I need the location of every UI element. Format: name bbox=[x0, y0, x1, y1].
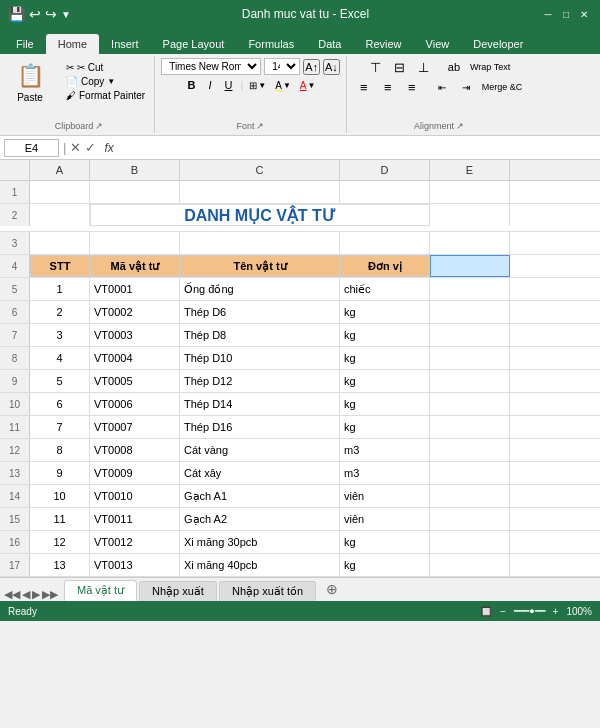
cell-e4[interactable] bbox=[430, 255, 510, 277]
cell-c14[interactable]: Gạch A1 bbox=[180, 485, 340, 507]
cell-c17[interactable]: Xi măng 40pcb bbox=[180, 554, 340, 576]
formula-cancel-icon[interactable]: ✕ bbox=[70, 140, 81, 155]
cell-b14[interactable]: VT0010 bbox=[90, 485, 180, 507]
sheet-nav-prev[interactable]: ◀ bbox=[22, 588, 30, 601]
cell-a11[interactable]: 7 bbox=[30, 416, 90, 438]
cell-b8[interactable]: VT0004 bbox=[90, 347, 180, 369]
sheet-nav-right[interactable]: ▶▶ bbox=[42, 588, 58, 601]
formula-input[interactable] bbox=[118, 142, 596, 154]
align-middle-button[interactable]: ⊟ bbox=[389, 58, 411, 76]
cell-c8[interactable]: Thép D10 bbox=[180, 347, 340, 369]
font-size-select[interactable]: 14 bbox=[264, 58, 300, 75]
more-icon[interactable]: ▼ bbox=[61, 9, 71, 20]
cell-a6[interactable]: 2 bbox=[30, 301, 90, 323]
cell-a7[interactable]: 3 bbox=[30, 324, 90, 346]
cell-e14[interactable] bbox=[430, 485, 510, 507]
cell-c16[interactable]: Xi măng 30pcb bbox=[180, 531, 340, 553]
add-sheet-button[interactable]: ⊕ bbox=[322, 579, 342, 599]
font-grow-button[interactable]: A↑ bbox=[303, 59, 320, 75]
cell-c11[interactable]: Thép D16 bbox=[180, 416, 340, 438]
cell-b17[interactable]: VT0013 bbox=[90, 554, 180, 576]
cell-b15[interactable]: VT0011 bbox=[90, 508, 180, 530]
cell-b1[interactable] bbox=[90, 181, 180, 203]
cell-c10[interactable]: Thép D14 bbox=[180, 393, 340, 415]
cell-e10[interactable] bbox=[430, 393, 510, 415]
cell-d7[interactable]: kg bbox=[340, 324, 430, 346]
cell-d8[interactable]: kg bbox=[340, 347, 430, 369]
cell-a8[interactable]: 4 bbox=[30, 347, 90, 369]
fill-dropdown-icon[interactable]: ▼ bbox=[283, 81, 291, 90]
cell-e3[interactable] bbox=[430, 232, 510, 254]
cell-c9[interactable]: Thép D12 bbox=[180, 370, 340, 392]
cell-a15[interactable]: 11 bbox=[30, 508, 90, 530]
tab-insert[interactable]: Insert bbox=[99, 34, 151, 54]
cell-e11[interactable] bbox=[430, 416, 510, 438]
cell-b13[interactable]: VT0009 bbox=[90, 462, 180, 484]
cell-c15[interactable]: Gạch A2 bbox=[180, 508, 340, 530]
italic-button[interactable]: I bbox=[203, 77, 216, 93]
tab-data[interactable]: Data bbox=[306, 34, 353, 54]
cell-title[interactable]: DANH MỤC VẬT TƯ bbox=[90, 204, 430, 226]
cell-d14[interactable]: viên bbox=[340, 485, 430, 507]
cell-c13[interactable]: Cát xây bbox=[180, 462, 340, 484]
sheet-nav-left[interactable]: ◀◀ bbox=[4, 588, 20, 601]
cell-e9[interactable] bbox=[430, 370, 510, 392]
cell-a3[interactable] bbox=[30, 232, 90, 254]
align-right-button[interactable]: ≡ bbox=[401, 78, 423, 96]
cell-a13[interactable]: 9 bbox=[30, 462, 90, 484]
cell-b6[interactable]: VT0002 bbox=[90, 301, 180, 323]
cell-d6[interactable]: kg bbox=[340, 301, 430, 323]
alignment-expand-icon[interactable]: ↗ bbox=[456, 121, 464, 131]
tab-review[interactable]: Review bbox=[353, 34, 413, 54]
redo-icon[interactable]: ↪ bbox=[45, 6, 57, 22]
cell-d9[interactable]: kg bbox=[340, 370, 430, 392]
cell-a17[interactable]: 13 bbox=[30, 554, 90, 576]
cell-a12[interactable]: 8 bbox=[30, 439, 90, 461]
cell-b3[interactable] bbox=[90, 232, 180, 254]
col-header-e[interactable]: E bbox=[430, 160, 510, 180]
tab-file[interactable]: File bbox=[4, 34, 46, 54]
cell-e17[interactable] bbox=[430, 554, 510, 576]
cell-d16[interactable]: kg bbox=[340, 531, 430, 553]
undo-icon[interactable]: ↩ bbox=[29, 6, 41, 22]
formula-confirm-icon[interactable]: ✓ bbox=[85, 140, 96, 155]
cell-d17[interactable]: kg bbox=[340, 554, 430, 576]
wrap-text-button[interactable]: Wrap Text bbox=[467, 58, 513, 76]
copy-button[interactable]: 📄 Copy ▼ bbox=[63, 75, 148, 88]
align-left-button[interactable]: ≡ bbox=[353, 78, 375, 96]
sheet-tab-nhap-xuat[interactable]: Nhập xuất bbox=[139, 581, 217, 601]
save-icon[interactable]: 💾 bbox=[8, 6, 25, 22]
cell-e13[interactable] bbox=[430, 462, 510, 484]
col-header-a[interactable]: A bbox=[30, 160, 90, 180]
font-name-select[interactable]: Times New Rom bbox=[161, 58, 261, 75]
title-bar-icons[interactable]: 💾 ↩ ↪ ▼ bbox=[8, 6, 71, 22]
cell-d10[interactable]: kg bbox=[340, 393, 430, 415]
merge-cells-button[interactable]: Merge &C bbox=[479, 78, 526, 96]
cell-b7[interactable]: VT0003 bbox=[90, 324, 180, 346]
col-header-d[interactable]: D bbox=[340, 160, 430, 180]
maximize-button[interactable]: □ bbox=[558, 6, 574, 22]
align-center-button[interactable]: ≡ bbox=[377, 78, 399, 96]
paste-button[interactable]: 📋 Paste bbox=[10, 58, 50, 105]
align-bottom-button[interactable]: ⊥ bbox=[413, 58, 435, 76]
cell-b11[interactable]: VT0007 bbox=[90, 416, 180, 438]
cell-e15[interactable] bbox=[430, 508, 510, 530]
cell-b10[interactable]: VT0006 bbox=[90, 393, 180, 415]
cell-d12[interactable]: m3 bbox=[340, 439, 430, 461]
cell-c12[interactable]: Cát vàng bbox=[180, 439, 340, 461]
cell-a5[interactable]: 1 bbox=[30, 278, 90, 300]
cell-a1[interactable] bbox=[30, 181, 90, 203]
status-zoom-out[interactable]: − bbox=[500, 606, 506, 617]
cell-reference-box[interactable]: E4 bbox=[4, 139, 59, 157]
cell-e16[interactable] bbox=[430, 531, 510, 553]
border-dropdown-icon[interactable]: ▼ bbox=[258, 81, 266, 90]
format-painter-button[interactable]: 🖌 Format Painter bbox=[63, 89, 148, 102]
cell-a9[interactable]: 5 bbox=[30, 370, 90, 392]
status-zoom-in[interactable]: + bbox=[553, 606, 559, 617]
window-controls[interactable]: ─ □ ✕ bbox=[540, 6, 592, 22]
align-top-button[interactable]: ⊤ bbox=[365, 58, 387, 76]
cell-a2[interactable] bbox=[30, 204, 90, 226]
col-header-b[interactable]: B bbox=[90, 160, 180, 180]
tab-formulas[interactable]: Formulas bbox=[236, 34, 306, 54]
header-ten-vat-tu[interactable]: Tên vật tư bbox=[180, 255, 340, 277]
